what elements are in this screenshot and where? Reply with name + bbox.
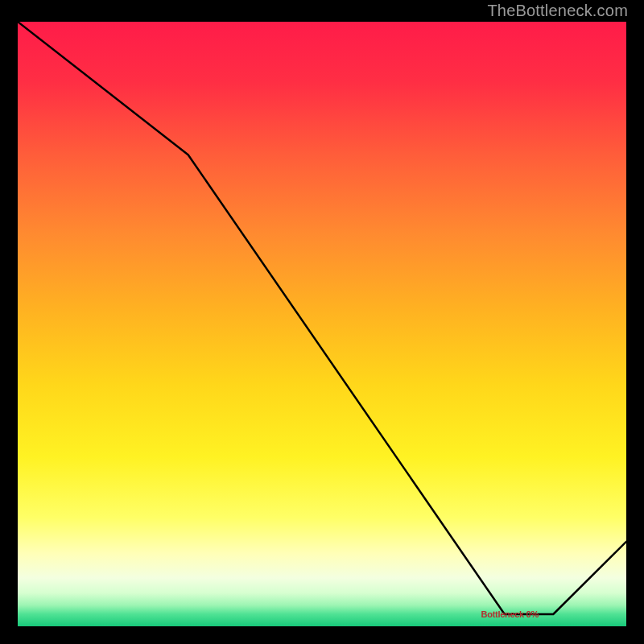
plot-area: Bottleneck 0% <box>16 20 628 628</box>
background-gradient <box>18 22 626 626</box>
attribution-text: TheBottleneck.com <box>487 2 628 20</box>
svg-rect-0 <box>18 22 626 626</box>
chart-frame: TheBottleneck.com Bottleneck 0% <box>0 0 644 644</box>
bottleneck-annotation: Bottleneck 0% <box>481 609 539 619</box>
